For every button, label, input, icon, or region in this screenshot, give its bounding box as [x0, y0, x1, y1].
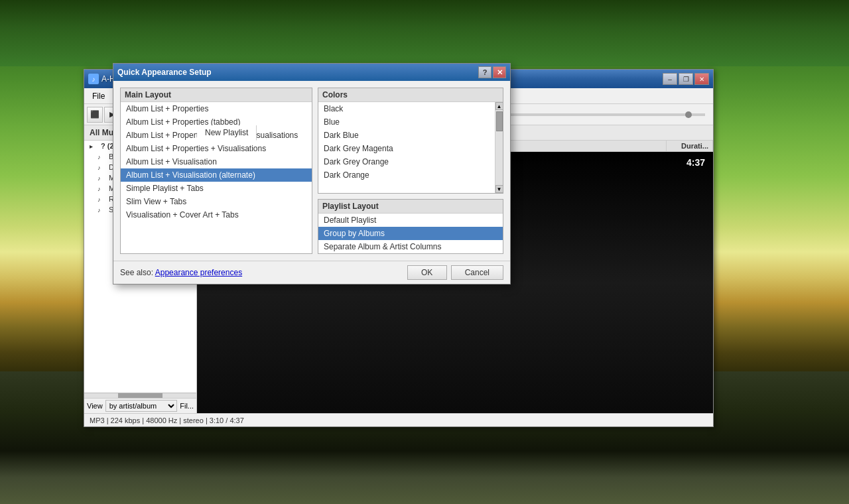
color-item-5[interactable]: Dark Orange — [318, 168, 495, 182]
scroll-up-arrow[interactable]: ▲ — [495, 102, 503, 110]
color-item-1[interactable]: Blue — [318, 115, 495, 129]
cancel-button[interactable]: Cancel — [451, 265, 503, 280]
color-item-4[interactable]: Dark Grey Orange — [318, 155, 495, 168]
color-item-3[interactable]: Dark Grey Magenta — [318, 142, 495, 155]
progress-thumb — [685, 111, 692, 118]
playlist-layout-item-0[interactable]: Default Playlist — [318, 214, 503, 227]
layout-item-5[interactable]: Album List + Visualisation (alternate) — [121, 168, 312, 182]
dialog-title-buttons: ? ✕ — [478, 66, 506, 78]
view-label: View — [87, 402, 103, 410]
filter-label: Fil... — [180, 402, 194, 410]
playlist-layout-list: Default Playlist Group by Albums Separat… — [318, 214, 503, 253]
item-icon: ♪ — [98, 154, 105, 160]
main-layout-header: Main Layout — [121, 88, 312, 102]
playlist-layout-header: Playlist Layout — [318, 200, 503, 214]
status-text: MP3 | 224 kbps | 48000 Hz | stereo | 3:1… — [90, 416, 244, 424]
playlist-layout-item-1[interactable]: Group by Albums — [318, 227, 503, 240]
ok-button[interactable]: OK — [407, 265, 447, 280]
layout-item-3[interactable]: Album List + Properties + Visualisations — [121, 142, 312, 155]
btn-stop[interactable]: ⬛ — [87, 107, 103, 123]
dialog-footer: See also: Appearance preferences OK Canc… — [113, 261, 510, 284]
view-select[interactable]: by artist/album — [105, 400, 178, 412]
scrollbar-thumb — [118, 393, 163, 398]
item-icon: ♪ — [98, 164, 105, 171]
sidebar-scrollbar[interactable] — [84, 393, 196, 398]
dialog-help-button[interactable]: ? — [478, 66, 491, 78]
footer-right: OK Cancel — [407, 265, 503, 280]
layout-item-6[interactable]: Simple Playlist + Tabs — [121, 182, 312, 195]
item-icon: ♪ — [98, 186, 105, 192]
menu-file[interactable]: File — [87, 90, 110, 102]
dialog-title: Quick Appearance Setup — [117, 68, 476, 77]
playlist-layout-item-2[interactable]: Separate Album & Artist Columns — [318, 240, 503, 253]
minimize-button[interactable]: – — [663, 73, 677, 85]
layout-item-8[interactable]: Visualisation + Cover Art + Tabs — [121, 208, 312, 221]
layout-item-0[interactable]: Album List + Properties — [121, 102, 312, 115]
dialog-right-column: Colors Black Blue Dark Blue Dark Grey Ma… — [318, 88, 503, 254]
status-bar: MP3 | 224 kbps | 48000 Hz | stereo | 3:1… — [84, 413, 713, 426]
layout-item-4[interactable]: Album List + Visualisation — [121, 155, 312, 168]
scroll-down-arrow[interactable]: ▼ — [495, 185, 503, 193]
track-time: 4:37 — [686, 157, 705, 168]
colors-list-wrapper: Black Blue Dark Blue Dark Grey Magenta D… — [318, 102, 503, 193]
bg-top — [0, 0, 849, 66]
sidebar-footer: View by artist/album Fil... — [84, 398, 196, 413]
scroll-thumb[interactable] — [496, 111, 503, 131]
main-layout-panel: Main Layout Album List + Properties Albu… — [120, 88, 312, 254]
item-icon: ♪ — [98, 175, 105, 182]
color-item-0[interactable]: Black — [318, 102, 495, 115]
tab-new-playlist[interactable]: New Playlist — [197, 125, 257, 141]
close-button[interactable]: ✕ — [694, 73, 709, 85]
item-icon: ♪ — [98, 207, 105, 214]
col-duration: Durati... — [667, 141, 713, 151]
app-icon: ♪ — [88, 74, 99, 84]
item-icon: ♪ — [98, 196, 105, 203]
dialog-title-bar: Quick Appearance Setup ? ✕ — [113, 64, 510, 81]
window-controls: – ❐ ✕ — [663, 73, 709, 85]
colors-list: Black Blue Dark Blue Dark Grey Magenta D… — [318, 102, 495, 193]
dialog-quick-appearance: Quick Appearance Setup ? ✕ Main Layout A… — [113, 63, 511, 284]
dialog-body: Main Layout Album List + Properties Albu… — [113, 81, 510, 261]
colors-header: Colors — [318, 88, 503, 102]
playlist-layout-panel: Playlist Layout Default Playlist Group b… — [318, 199, 503, 254]
dialog-content-row: Main Layout Album List + Properties Albu… — [120, 88, 503, 254]
expand-icon: ▸ — [90, 143, 98, 150]
color-item-2[interactable]: Dark Blue — [318, 129, 495, 142]
restore-button[interactable]: ❐ — [679, 73, 693, 85]
footer-left: See also: Appearance preferences — [120, 268, 242, 277]
dialog-close-button[interactable]: ✕ — [493, 66, 506, 78]
layout-item-7[interactable]: Slim View + Tabs — [121, 195, 312, 208]
colors-panel: Colors Black Blue Dark Blue Dark Grey Ma… — [318, 88, 503, 194]
see-also-text: See also: — [120, 268, 155, 277]
appearance-preferences-link[interactable]: Appearance preferences — [155, 268, 242, 277]
colors-scrollbar[interactable]: ▲ ▼ — [495, 102, 503, 193]
